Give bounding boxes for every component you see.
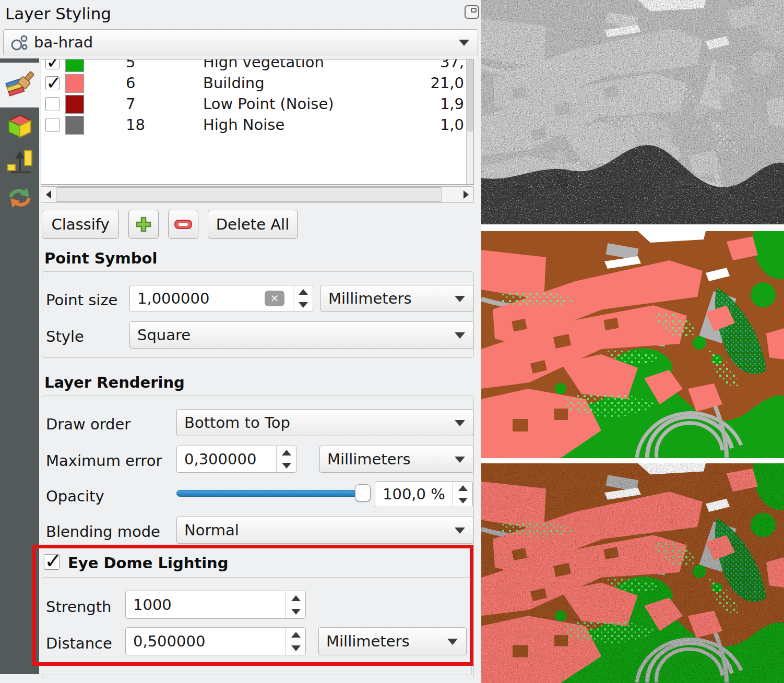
class-value: 5 <box>126 59 135 71</box>
spin-up-button[interactable] <box>277 446 296 459</box>
class-label: Building <box>203 74 265 92</box>
maximum-error-input[interactable]: 0,300000 <box>176 446 296 473</box>
distance-unit-value: Millimeters <box>326 632 410 650</box>
styling-tabbar <box>0 58 39 674</box>
blending-mode-select[interactable]: Normal <box>176 517 474 544</box>
class-color-swatch[interactable] <box>65 95 84 114</box>
preview-edl-grayscale <box>481 0 784 224</box>
history-arrows-icon <box>6 184 34 212</box>
class-list-rows: 5High vegetation37,6Building21,07Low Poi… <box>41 59 473 136</box>
distance-input[interactable]: 0,500000 <box>125 627 306 655</box>
chevron-down-icon <box>459 40 469 46</box>
strength-value: 1000 <box>133 596 172 614</box>
opacity-value: 100,0 % <box>383 485 445 503</box>
class-color-swatch[interactable] <box>65 59 84 72</box>
classification-list[interactable]: 5High vegetation37,6Building21,07Low Poi… <box>41 59 474 185</box>
clear-value-icon[interactable]: ✕ <box>265 291 284 306</box>
tab-symbology[interactable] <box>0 63 39 107</box>
class-row[interactable]: 6Building21,0 <box>41 73 473 94</box>
distance-label: Distance <box>46 634 112 652</box>
class-list-hscrollbar[interactable] <box>41 186 474 203</box>
point-size-unit-value: Millimeters <box>328 290 412 307</box>
plus-icon <box>135 215 152 233</box>
blending-mode-label: Blending mode <box>46 523 160 541</box>
class-color-swatch[interactable] <box>65 116 84 135</box>
scroll-left-button[interactable] <box>41 187 56 202</box>
style-label: Style <box>46 328 84 345</box>
class-visibility-checkbox[interactable] <box>45 59 60 69</box>
draw-order-label: Draw order <box>46 415 130 433</box>
class-count: 1,0 <box>416 116 464 134</box>
spin-down-button[interactable] <box>286 605 305 618</box>
opacity-label: Opacity <box>46 487 104 505</box>
qgis-layer-styling-screenshot: Layer Styling ba-hrad <box>0 0 784 683</box>
opacity-slider-track[interactable] <box>176 490 360 497</box>
opacity-slider[interactable] <box>176 484 371 502</box>
class-list-vscrollbar[interactable] <box>466 59 473 184</box>
distance-unit-select[interactable]: Millimeters <box>318 627 467 655</box>
spin-up-button[interactable] <box>286 591 305 605</box>
add-class-button[interactable] <box>128 210 159 239</box>
point-size-input[interactable]: 1,000000 ✕ <box>129 285 313 312</box>
opacity-slider-handle[interactable] <box>355 484 371 501</box>
class-row[interactable]: 5High vegetation37, <box>41 59 473 73</box>
tab-history[interactable] <box>0 179 39 216</box>
point-size-label: Point size <box>46 291 117 309</box>
layer-rendering-heading: Layer Rendering <box>44 374 185 391</box>
spin-down-button[interactable] <box>453 494 472 507</box>
tab-3d-symbology[interactable] <box>0 108 39 145</box>
opacity-spinner <box>453 482 472 507</box>
distance-spinner <box>286 628 305 655</box>
cube-3d-icon <box>6 112 34 140</box>
spin-down-button[interactable] <box>286 641 305 655</box>
eye-dome-lighting-label: Eye Dome Lighting <box>68 554 229 572</box>
classify-button[interactable]: Classify <box>42 210 119 239</box>
hscroll-thumb[interactable] <box>56 187 442 202</box>
layer-selector[interactable]: ba-hrad <box>3 29 478 55</box>
layer-selector-value: ba-hrad <box>34 33 93 51</box>
class-row[interactable]: 7Low Point (Noise)1,9 <box>41 94 473 115</box>
class-value: 7 <box>126 95 135 113</box>
delete-all-button[interactable]: Delete All <box>208 210 298 239</box>
chevron-down-icon <box>455 420 465 426</box>
class-label: High Noise <box>203 116 284 134</box>
class-color-swatch[interactable] <box>65 74 84 93</box>
spin-down-button[interactable] <box>277 459 296 472</box>
spin-up-button[interactable] <box>293 285 313 298</box>
style-select[interactable]: Square <box>129 321 474 349</box>
draw-order-value: Bottom to Top <box>184 414 290 432</box>
chevron-down-icon <box>455 332 465 339</box>
point-size-unit-select[interactable]: Millimeters <box>320 285 474 312</box>
preview-classification-flat <box>481 231 784 458</box>
class-value: 18 <box>126 116 145 134</box>
style-value: Square <box>137 326 191 344</box>
scroll-right-button[interactable] <box>459 187 473 202</box>
class-visibility-checkbox[interactable] <box>45 118 60 132</box>
distance-value: 0,500000 <box>133 632 205 650</box>
maximum-error-value: 0,300000 <box>184 450 256 468</box>
draw-order-select[interactable]: Bottom to Top <box>176 409 474 436</box>
point-size-value: 1,000000 <box>137 290 209 307</box>
strength-input[interactable]: 1000 <box>125 591 306 619</box>
chevron-down-icon <box>455 528 465 534</box>
spin-up-button[interactable] <box>453 482 472 494</box>
maximum-error-spinner <box>276 446 296 472</box>
opacity-input[interactable]: 100,0 % <box>375 481 473 507</box>
spin-down-button[interactable] <box>293 298 313 311</box>
maximum-error-unit-select[interactable]: Millimeters <box>319 446 474 473</box>
class-label: High vegetation <box>203 59 324 71</box>
point-cloud-layer-icon <box>10 33 29 52</box>
remove-class-button[interactable] <box>168 210 198 239</box>
class-visibility-checkbox[interactable] <box>45 97 60 111</box>
class-count: 21,0 <box>416 74 464 92</box>
float-panel-icon[interactable] <box>465 5 479 19</box>
spin-up-button[interactable] <box>286 628 305 641</box>
elevation-icon <box>6 148 34 176</box>
eye-dome-lighting-checkbox[interactable] <box>44 554 60 570</box>
paintbrush-icon <box>5 70 34 100</box>
tab-elevation[interactable] <box>0 143 39 180</box>
class-visibility-checkbox[interactable] <box>45 76 60 90</box>
class-row[interactable]: 18High Noise1,0 <box>41 115 473 136</box>
chevron-down-icon <box>455 296 465 302</box>
strength-label: Strength <box>46 598 111 616</box>
